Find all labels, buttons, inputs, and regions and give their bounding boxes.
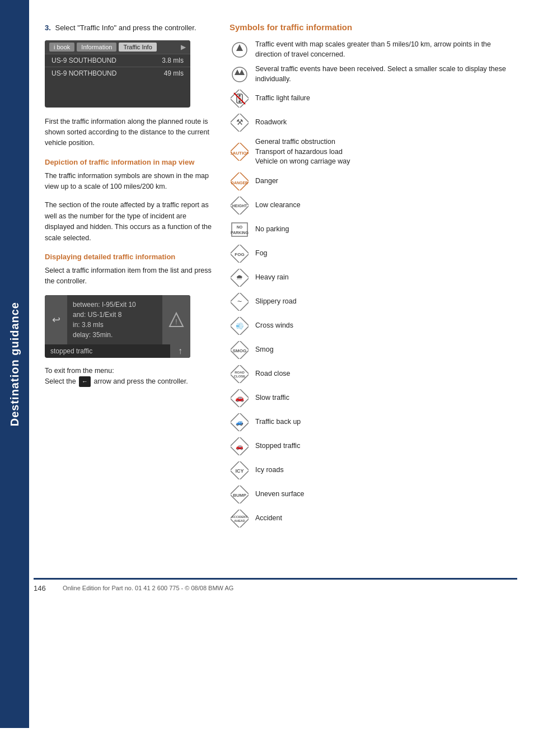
detail-box: ↩ between: I-95/Exit 10 and: US-1/Exit 8… xyxy=(45,295,190,344)
exit-line3: arrow and press the controller. xyxy=(94,377,188,385)
stopped-traffic-icon: 🚗 xyxy=(229,437,250,456)
symbol-row-10: 🌧 Heavy rain xyxy=(229,268,517,287)
tab-information[interactable]: Information xyxy=(77,43,116,52)
arrow-circle-icon xyxy=(229,40,250,59)
bump-icon: BUMP xyxy=(229,485,250,504)
svg-marker-5 xyxy=(235,69,240,75)
fog-icon: FOG xyxy=(229,244,250,263)
svg-text:PARKING: PARKING xyxy=(231,231,249,235)
symbol-text-14: Road close xyxy=(255,369,517,379)
symbol-text-9: Fog xyxy=(255,249,517,259)
symbols-heading: Symbols for traffic information xyxy=(229,22,517,32)
tab-ibook[interactable]: i book xyxy=(49,43,74,52)
svg-point-9 xyxy=(238,95,241,97)
symbol-row-4: ⚒ Roadwork xyxy=(229,113,517,132)
icy-icon: ICY xyxy=(229,461,250,480)
svg-text:ICY: ICY xyxy=(235,468,243,474)
accident-icon: ACCIDENT AHEAD xyxy=(229,509,250,528)
symbol-row-15: 🚗 Slow traffic xyxy=(229,389,517,408)
traffic-backup-icon: 🚙 xyxy=(229,413,250,432)
svg-text:DANGER: DANGER xyxy=(231,181,248,185)
page-number: 146 xyxy=(34,584,56,592)
section1-text1: The traffic information symbols are show… xyxy=(45,171,213,193)
symbol-row-9: FOG Fog xyxy=(229,244,517,263)
section1-text2: The section of the route affected by a t… xyxy=(45,200,213,244)
svg-text:💨: 💨 xyxy=(236,321,244,330)
symbol-row-6: DANGER Danger xyxy=(229,172,517,191)
svg-text:🚙: 🚙 xyxy=(236,418,243,426)
svg-text:🌧: 🌧 xyxy=(236,273,243,281)
roadwork-icon: ⚒ xyxy=(229,113,250,132)
detail-content: between: I-95/Exit 10 and: US-1/Exit 8 i… xyxy=(67,295,162,344)
detail-back-icon: ↩ xyxy=(45,295,67,344)
svg-point-11 xyxy=(238,100,241,102)
smog-icon: SMOG xyxy=(229,340,250,360)
symbol-text-19: Uneven surface xyxy=(255,489,517,500)
symbol-row-16: 🚙 Traffic back up xyxy=(229,413,517,432)
symbol-text-15: Slow traffic xyxy=(255,393,517,403)
svg-text:HEIGHT: HEIGHT xyxy=(232,204,247,208)
double-arrow-circle-icon xyxy=(229,65,250,84)
svg-text:!: ! xyxy=(175,318,177,326)
svg-text:AHEAD: AHEAD xyxy=(234,519,245,522)
tab-trafficinfo[interactable]: Traffic Info xyxy=(119,43,156,52)
route-1-name: US-9 SOUTHBOUND xyxy=(51,57,116,64)
svg-text:🚗: 🚗 xyxy=(235,393,245,403)
svg-rect-47 xyxy=(231,510,249,528)
detail-footer: stopped traffic ↑ xyxy=(45,344,190,358)
svg-text:CLOSE: CLOSE xyxy=(234,375,246,378)
symbol-text-6: Danger xyxy=(255,176,517,186)
traffic-symbol-icon: ! xyxy=(167,311,185,329)
symbol-row-1: Traffic event with map scales greater th… xyxy=(229,40,517,59)
detail-container: ↩ between: I-95/Exit 10 and: US-1/Exit 8… xyxy=(45,295,190,358)
rain-icon: 🌧 xyxy=(229,268,250,287)
route-line-3: in: 3.8 mls xyxy=(73,320,157,330)
symbol-row-13: SMOG Smog xyxy=(229,340,517,360)
svg-text:~: ~ xyxy=(237,297,242,306)
traffic-row-2: US-9 NORTHBOUND 49 mls xyxy=(45,67,190,80)
section2-text: Select a traffic information item from t… xyxy=(45,265,213,287)
exit-arrow: ← xyxy=(79,376,91,387)
symbol-row-5: CAUTION General traffic obstructionTrans… xyxy=(229,137,517,167)
sidebar: Destination guidance xyxy=(0,0,29,728)
symbol-text-5: General traffic obstructionTransport of … xyxy=(255,137,517,167)
symbol-text-1: Traffic event with map scales greater th… xyxy=(255,40,517,59)
detail-traffic-image: ! xyxy=(162,295,190,344)
section2-heading: Displaying detailed traffic information xyxy=(45,253,213,261)
route-2-name: US-9 NORTHBOUND xyxy=(51,69,116,77)
symbol-row-14: ROAD CLOSE Road close xyxy=(229,365,517,384)
symbol-text-11: Slippery road xyxy=(255,297,517,307)
right-column: Symbols for traffic information Traffic … xyxy=(229,22,517,533)
page-footer: 146 Online Edition for Part no. 01 41 2 … xyxy=(34,578,517,592)
svg-text:CAUTION: CAUTION xyxy=(231,151,249,156)
wind-icon: 💨 xyxy=(229,316,250,335)
sidebar-title: Destination guidance xyxy=(8,302,21,426)
traffic-info-box: i book Information Traffic Info ▶ US-9 S… xyxy=(45,40,190,108)
traffic-row-1: US-9 SOUTHBOUND 3.8 mls xyxy=(45,54,190,67)
danger-icon: DANGER xyxy=(229,172,250,191)
symbol-row-17: 🚗 Stopped traffic xyxy=(229,437,517,456)
symbol-text-18: Icy roads xyxy=(255,465,517,475)
symbol-row-11: ~ Slippery road xyxy=(229,292,517,311)
slippery-icon: ~ xyxy=(229,292,250,311)
svg-marker-6 xyxy=(239,69,245,75)
symbol-text-7: Low clearance xyxy=(255,200,517,211)
symbol-row-2: Several traffic events have been receive… xyxy=(229,64,517,84)
exit-line2: Select the xyxy=(45,377,76,385)
symbol-text-13: Smog xyxy=(255,345,517,355)
svg-text:🚗: 🚗 xyxy=(236,442,243,450)
footer-text: Online Edition for Part no. 01 41 2 600 … xyxy=(63,585,233,591)
slow-traffic-icon: 🚗 xyxy=(229,389,250,408)
route-line-2: and: US-1/Exit 8 xyxy=(73,310,157,320)
section1-heading: Depiction of traffic information in map … xyxy=(45,158,213,166)
svg-text:SMOG: SMOG xyxy=(233,348,246,353)
symbol-text-10: Heavy rain xyxy=(255,273,517,283)
detail-route-lines: between: I-95/Exit 10 and: US-1/Exit 8 i… xyxy=(73,300,157,340)
svg-text:FOG: FOG xyxy=(235,252,244,257)
step3-heading: 3. Select "Traffic Info" and press the c… xyxy=(45,22,213,34)
tab-next-arrow[interactable]: ▶ xyxy=(181,43,186,51)
symbol-text-12: Cross winds xyxy=(255,321,517,331)
left-column: 3. Select "Traffic Info" and press the c… xyxy=(45,22,213,533)
two-column-layout: 3. Select "Traffic Info" and press the c… xyxy=(45,22,517,533)
main-content: 3. Select "Traffic Info" and press the c… xyxy=(34,0,534,556)
